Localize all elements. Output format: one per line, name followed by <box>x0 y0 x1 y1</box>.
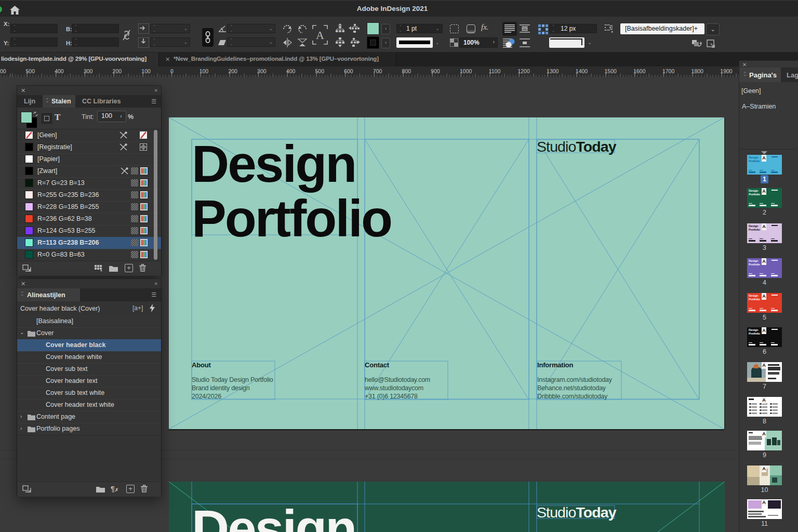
svg-text:A: A <box>316 29 324 42</box>
